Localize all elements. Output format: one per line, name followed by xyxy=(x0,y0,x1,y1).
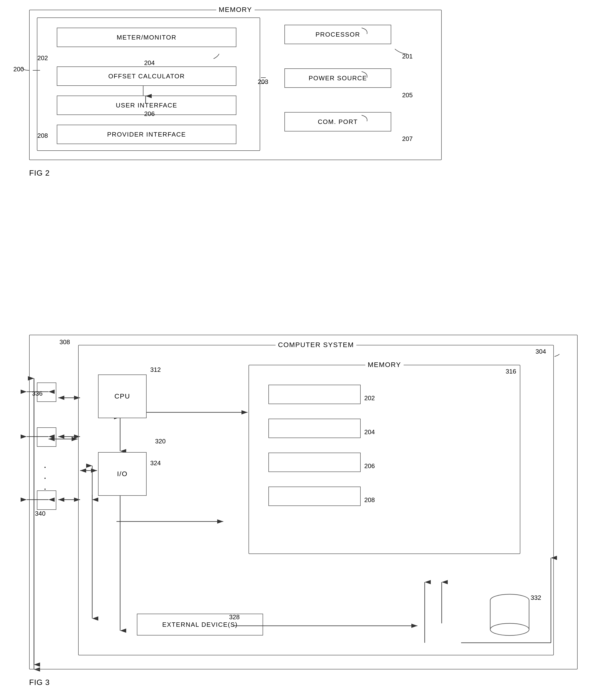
ext-device-label: EXTERNAL DEVICE(S) xyxy=(162,621,238,628)
fig3-memory-box: MEMORY 316 202 204 206 208 xyxy=(248,365,520,554)
label-206: 206 xyxy=(144,110,155,117)
power-source-box: POWER SOURCE xyxy=(284,68,391,88)
offset-calculator-label: OFFSET CALCULATOR xyxy=(108,73,185,80)
mem-item-206 xyxy=(268,453,361,472)
provider-interface-label: PROVIDER INTERFACE xyxy=(107,131,186,138)
label-208: 208 xyxy=(37,132,48,139)
label-205-text: 205 xyxy=(402,91,413,99)
offset-calculator-box: OFFSET CALCULATOR xyxy=(57,66,236,86)
fig2-memory-label: MEMORY xyxy=(216,6,255,14)
label-200: 200 xyxy=(13,65,24,73)
fig3-outer-box: 336 ··· 340 COMPUTER SYSTEM 304 MEMORY 3… xyxy=(29,335,578,670)
fig2-figure-label: FIG 2 xyxy=(29,168,50,177)
fig3-figure-label: FIG 3 xyxy=(29,678,50,687)
fig3-memory-label: MEMORY xyxy=(365,361,404,369)
database-cylinder xyxy=(486,592,534,640)
processor-label: PROCESSOR xyxy=(316,31,360,38)
label-320: 320 xyxy=(155,438,165,445)
label-332: 332 xyxy=(531,594,541,601)
meter-monitor-label: METER/MONITOR xyxy=(117,34,177,41)
processor-box: PROCESSOR xyxy=(284,25,391,44)
ext-device-box: EXTERNAL DEVICE(S) xyxy=(137,614,263,636)
fig2-outer-box: MEMORY METER/MONITOR 202 204 OFFSET CALC… xyxy=(29,10,442,160)
label-304: 304 xyxy=(536,348,546,355)
left-square-340 xyxy=(37,490,56,510)
fig3-cs-label: COMPUTER SYSTEM xyxy=(275,341,356,349)
meter-monitor-box: METER/MONITOR xyxy=(57,28,236,47)
provider-interface-box: PROVIDER INTERFACE xyxy=(57,125,236,144)
mem-label-202: 202 xyxy=(364,395,375,402)
io-label: I/O xyxy=(117,470,127,478)
user-interface-label: USER INTERFACE xyxy=(116,102,177,109)
left-square-2 xyxy=(37,427,56,447)
com-port-label: COM. PORT xyxy=(318,118,358,126)
mem-label-208: 208 xyxy=(364,496,375,504)
label-202: 202 xyxy=(37,54,48,62)
fig3-io-box: I/O xyxy=(98,452,147,496)
dots: ··· xyxy=(44,461,47,494)
label-207-text: 207 xyxy=(402,135,413,142)
power-source-label: POWER SOURCE xyxy=(309,74,367,82)
label-340: 340 xyxy=(35,510,45,517)
com-port-box: COM. PORT xyxy=(284,112,391,132)
cpu-label: CPU xyxy=(114,392,130,400)
label-328: 328 xyxy=(229,613,240,621)
mem-item-208 xyxy=(268,487,361,506)
label-203: 203 xyxy=(258,78,268,86)
fig2-memory-inner-box: METER/MONITOR 202 204 OFFSET CALCULATOR … xyxy=(37,17,260,151)
label-324: 324 xyxy=(150,459,161,467)
mem-label-204: 204 xyxy=(364,428,375,436)
svg-point-21 xyxy=(490,623,529,636)
label-312: 312 xyxy=(150,366,161,374)
fig3-computer-system-box: COMPUTER SYSTEM 304 MEMORY 316 202 204 2… xyxy=(78,345,554,655)
label-336: 336 xyxy=(32,390,42,397)
mem-item-204 xyxy=(268,418,361,438)
mem-item-202 xyxy=(268,385,361,404)
label-204: 204 xyxy=(144,59,155,67)
fig3-cpu-box: CPU xyxy=(98,375,147,418)
label-316: 316 xyxy=(506,368,516,375)
mem-label-206: 206 xyxy=(364,462,375,470)
label-201-text: 201 xyxy=(402,53,413,60)
